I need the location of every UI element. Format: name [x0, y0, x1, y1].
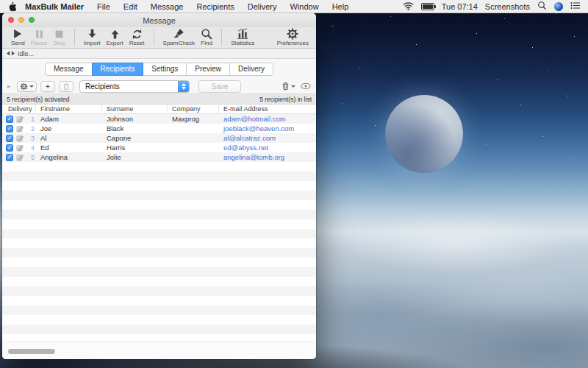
spamcheck-icon [173, 28, 184, 40]
column-header-firstname[interactable]: Firstname [36, 105, 102, 113]
toolbar-label: Reset [129, 40, 145, 46]
menu-window[interactable]: Window [290, 2, 319, 11]
menu-delivery[interactable]: Delivery [248, 2, 277, 11]
tab-delivery[interactable]: Delivery [229, 63, 273, 76]
company-cell: Maxprog [168, 115, 219, 123]
delete-recipient-button[interactable] [59, 81, 74, 92]
tab-message[interactable]: Message [45, 63, 93, 76]
firstname-cell: Adam [36, 115, 102, 123]
menu-message[interactable]: Message [151, 2, 184, 11]
chevron-down-icon [291, 85, 295, 88]
preview-eye-icon[interactable] [301, 79, 311, 93]
horizontal-scrollbar[interactable] [2, 342, 316, 359]
add-recipient-button[interactable]: + [40, 81, 55, 92]
tab-preview[interactable]: Preview [186, 63, 230, 76]
trash-menu-button[interactable] [282, 82, 295, 91]
column-header-surname[interactable]: Surname [102, 105, 168, 113]
table-row[interactable]: ✓4EdHarrised@abyss.net [2, 143, 316, 152]
edit-recipient-icon[interactable] [16, 135, 24, 142]
email-cell[interactable]: joeblack@heaven.com [219, 124, 316, 132]
menu-help[interactable]: Help [332, 2, 349, 11]
chevron-down-icon [29, 85, 34, 88]
find-icon [201, 28, 212, 40]
edit-recipient-icon[interactable] [16, 144, 24, 152]
menu-recipients[interactable]: Recipients [196, 2, 234, 11]
wifi-icon[interactable] [403, 1, 414, 12]
statistics-button[interactable]: Statistics [231, 28, 254, 46]
email-cell[interactable]: angelina@tomb.org [219, 153, 316, 161]
delivery-checkbox[interactable]: ✓ [6, 116, 13, 123]
siri-icon[interactable] [554, 2, 563, 11]
scrollbar-thumb[interactable] [8, 349, 55, 354]
reset-button[interactable]: Reset [129, 28, 145, 46]
export-button[interactable]: Export [107, 28, 123, 46]
apple-menu-icon[interactable] [7, 1, 16, 12]
delivery-cell: ✓4 [2, 144, 36, 152]
send-button[interactable]: Send [11, 28, 25, 46]
toolbar-label: Send [11, 40, 25, 46]
table-row[interactable]: ✓5AngelinaJolieangelina@tomb.org [2, 152, 316, 162]
menu-app-name[interactable]: MaxBulk Mailer [25, 2, 84, 11]
delivery-cell: ✓2 [2, 125, 36, 132]
in-list-count: 5 recipient(s) in list [259, 96, 312, 103]
save-button[interactable]: Save [198, 80, 241, 93]
delivery-checkbox[interactable]: ✓ [6, 154, 13, 161]
tab-settings[interactable]: Settings [143, 63, 187, 76]
row-number: 1 [24, 116, 36, 123]
recipients-table: ✓1AdamJohnsonMaxprogadam@hotmail.com✓2Jo… [2, 114, 316, 342]
delivery-checkbox[interactable]: ✓ [6, 135, 13, 142]
email-cell[interactable]: adam@hotmail.com [219, 115, 316, 123]
menu-screenshots[interactable]: Screenshots [485, 2, 530, 11]
menu-file[interactable]: File [97, 2, 110, 11]
column-header-delivery[interactable]: Delivery [2, 105, 36, 113]
delivery-checkbox[interactable]: ✓ [6, 144, 13, 152]
notification-list-icon[interactable] [570, 1, 581, 11]
stop-icon [54, 28, 65, 40]
row-number: 3 [24, 135, 36, 142]
gear-menu-button[interactable] [17, 81, 37, 92]
pause-button[interactable]: Pause [31, 28, 48, 46]
edit-recipient-icon[interactable] [16, 154, 24, 161]
menu-clock[interactable]: Tue 07:14 [442, 2, 478, 11]
menu-edit[interactable]: Edit [123, 2, 137, 11]
column-header-company[interactable]: Company [168, 105, 219, 113]
delivery-checkbox[interactable]: ✓ [6, 125, 13, 132]
recipients-control-row: ▸ + Recipients Save [2, 79, 316, 93]
close-button[interactable] [8, 17, 14, 23]
row-number: 2 [24, 125, 36, 132]
preferences-button[interactable]: Preferences [277, 28, 309, 46]
run-script-icon[interactable]: ▸ [7, 82, 13, 90]
table-row[interactable]: ✓2JoeBlackjoeblack@heaven.com [2, 124, 316, 133]
email-cell[interactable]: al@alcatraz.com [219, 134, 316, 142]
battery-icon[interactable] [421, 3, 434, 10]
window-title: Message [143, 16, 176, 25]
import-icon [87, 28, 98, 40]
firstname-cell: Al [36, 134, 102, 142]
window-title-bar[interactable]: Message [2, 13, 316, 27]
table-row[interactable]: ✓1AdamJohnsonMaxprogadam@hotmail.com [2, 114, 316, 124]
toolbar: SendPauseStopImportExportResetSpamCheckF… [2, 27, 316, 49]
import-button[interactable]: Import [84, 28, 101, 46]
spamcheck-button[interactable]: SpamCheck [163, 28, 196, 46]
email-cell[interactable]: ed@abyss.net [219, 144, 316, 152]
tab-recipients[interactable]: Recipients [92, 63, 144, 76]
find-button[interactable]: Find [201, 28, 212, 46]
spotlight-icon[interactable] [537, 1, 547, 12]
recipients-list-popup[interactable]: Recipients [79, 80, 190, 93]
surname-cell: Jolie [102, 153, 168, 161]
stop-button[interactable]: Stop [53, 28, 65, 46]
zoom-button[interactable] [29, 17, 35, 23]
tab-zone: MessageRecipientsSettingsPreviewDelivery [2, 59, 316, 79]
export-icon [110, 28, 121, 40]
row-number: 5 [24, 154, 36, 161]
firstname-cell: Ed [36, 144, 102, 152]
delivery-cell: ✓5 [2, 154, 36, 161]
delivery-cell: ✓3 [2, 135, 36, 142]
table-row[interactable]: ✓3AlCaponeal@alcatraz.com [2, 133, 316, 143]
popup-selected-value: Recipients [85, 82, 120, 91]
menu-items: FileEditMessageRecipientsDeliveryWindowH… [90, 2, 355, 11]
minimize-button[interactable] [18, 17, 24, 23]
edit-recipient-icon[interactable] [16, 125, 24, 132]
column-header-e-mail-address[interactable]: E-mail Address [219, 105, 316, 113]
edit-recipient-icon[interactable] [16, 116, 24, 123]
